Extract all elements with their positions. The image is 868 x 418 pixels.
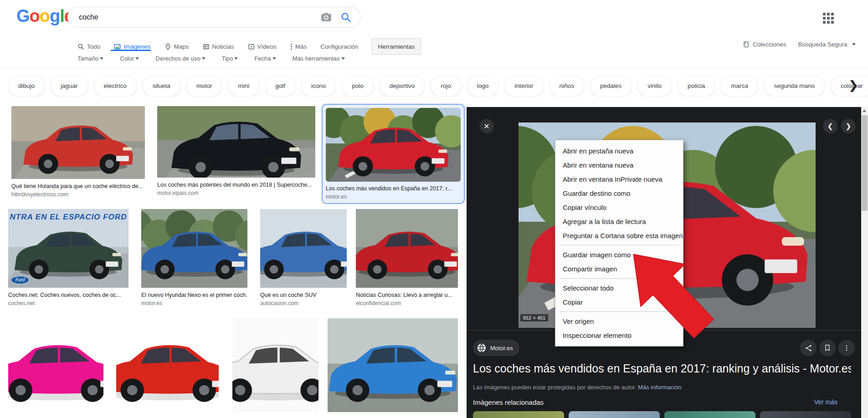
menu-item-copiar[interactable]: Copiar — [555, 295, 683, 309]
filter-color[interactable]: Color — [120, 55, 139, 62]
share-icon[interactable] — [800, 340, 817, 356]
result-thumbnail[interactable] — [11, 106, 145, 179]
filter-derechos-de-uso[interactable]: Derechos de uso — [155, 55, 205, 62]
chip-logo[interactable]: logo — [467, 76, 499, 97]
tab-videos[interactable]: Vídeos — [248, 41, 277, 52]
top-right-links: Colecciones Búsqueda Segura — [743, 41, 856, 48]
chip-niños[interactable]: niños — [550, 76, 584, 97]
tab-maps[interactable]: Maps — [164, 41, 189, 52]
tab-noticias[interactable]: Noticias — [203, 41, 234, 52]
related-image-thumbnail[interactable] — [569, 411, 660, 418]
menu-item-abrir-en-ventana-nueva[interactable]: Abrir en ventana nueva — [555, 158, 683, 172]
result-caption[interactable]: Coches.net: Coches nuevos, coches de oc.… — [8, 292, 128, 298]
chip-vinilo[interactable]: vinilo — [637, 76, 672, 97]
result-caption[interactable]: El nuevo Hyundai Nexo es el primer coch.… — [141, 292, 247, 298]
result-thumbnail[interactable] — [356, 209, 458, 288]
menu-item-ver-origen[interactable]: Ver origen — [555, 314, 683, 328]
camera-icon[interactable] — [320, 11, 332, 23]
image-result[interactable] — [328, 318, 458, 412]
chips-scroll-right-icon[interactable]: ❯ — [848, 78, 858, 92]
safesearch-dropdown[interactable]: Búsqueda Segura — [798, 41, 856, 48]
scrollbar[interactable] — [861, 107, 868, 418]
chip-polo[interactable]: polo — [342, 76, 374, 97]
source-badge[interactable]: Motor.es — [473, 340, 519, 356]
menu-item-preguntar-a-cortana-sobre-esta-imagen[interactable]: Preguntar a Cortana sobre esta imagen — [555, 229, 683, 243]
chip-marca[interactable]: marca — [721, 76, 758, 97]
image-result[interactable]: Noticias Curiosas: Llevó a arreglar u...… — [356, 209, 458, 306]
image-result-selected[interactable]: Los coches más vendidos en España en 201… — [322, 104, 465, 204]
related-image-thumbnail[interactable] — [664, 411, 755, 418]
see-more-link[interactable]: Ver más — [814, 398, 837, 406]
menu-item-compartir-imagen[interactable]: Compartir imagen — [555, 262, 683, 276]
next-image-icon[interactable]: ❯ — [841, 119, 856, 133]
search-icon[interactable] — [340, 12, 351, 23]
image-result[interactable]: Los coches más potentes del mundo en 201… — [157, 106, 315, 196]
collections-link[interactable]: Colecciones — [743, 41, 786, 48]
image-result[interactable] — [116, 318, 219, 412]
chip-rojo[interactable]: rojo — [431, 76, 461, 97]
menu-item-seleccionar-todo[interactable]: Seleccionar todo — [555, 281, 683, 295]
result-thumbnail[interactable] — [8, 318, 103, 412]
chip-icono[interactable]: icono — [301, 76, 336, 97]
related-image-thumbnail[interactable] — [760, 411, 851, 418]
result-thumbnail[interactable]: NTRA EN EL ESPACIO FORDFord — [8, 209, 128, 288]
image-result[interactable] — [8, 318, 103, 412]
image-result[interactable]: Qué es un coche SUVautocasion.com — [260, 209, 347, 306]
menu-item-copiar-vinculo[interactable]: Copiar vínculo — [555, 200, 683, 214]
result-thumbnail[interactable] — [328, 318, 458, 412]
image-result[interactable]: El nuevo Hyundai Nexo es el primer coch.… — [141, 209, 247, 306]
chip-pedales[interactable]: pedales — [590, 76, 632, 97]
more-info-link[interactable]: Más información — [638, 384, 681, 391]
image-result[interactable] — [232, 318, 318, 412]
chip-policia[interactable]: policia — [678, 76, 715, 97]
scrollbar-up-icon[interactable] — [863, 109, 866, 112]
result-caption[interactable]: Noticias Curiosas: Llevó a arreglar u... — [356, 292, 458, 298]
chip-silueta[interactable]: silueta — [143, 76, 180, 97]
menu-item-abrir-en-pestana-nueva[interactable]: Abrir en pestaña nueva — [555, 144, 683, 158]
bookmark-icon[interactable] — [819, 340, 836, 356]
tab-herramientas[interactable]: Herramientas — [372, 38, 421, 55]
close-icon[interactable]: ✕ — [479, 119, 494, 133]
menu-separator — [560, 245, 679, 245]
chip-golf[interactable]: golf — [265, 76, 295, 97]
chip-deportivo[interactable]: deportivo — [380, 76, 425, 97]
image-result[interactable]: NTRA EN EL ESPACIO FORDFordCoches.net: C… — [8, 209, 128, 306]
chip-motor[interactable]: motor — [186, 76, 222, 97]
result-caption[interactable]: Los coches más vendidos en España en 201… — [326, 185, 461, 192]
more-options-icon[interactable] — [838, 340, 855, 356]
chip-segunda-mano[interactable]: segunda mano — [764, 76, 825, 97]
result-thumbnail[interactable] — [326, 108, 461, 182]
google-apps-icon[interactable] — [823, 13, 835, 25]
tab-configuracion[interactable]: Configuración — [320, 41, 358, 52]
chip-dibujo[interactable]: dibujo — [8, 76, 45, 97]
chip-interior[interactable]: interior — [504, 76, 543, 97]
menu-item-guardar-destino-como[interactable]: Guardar destino como — [555, 186, 683, 200]
previous-image-icon[interactable]: ❮ — [823, 119, 837, 133]
result-thumbnail[interactable] — [260, 209, 347, 288]
result-thumbnail[interactable] — [157, 106, 315, 178]
menu-item-inspeccionar-elemento[interactable]: Inspeccionar elemento — [555, 328, 683, 342]
chip-electrico[interactable]: electrico — [94, 76, 137, 97]
tab-mas[interactable]: Más — [290, 41, 307, 52]
tab-todo[interactable]: Todo — [77, 41, 100, 52]
result-caption[interactable]: Los coches más potentes del mundo en 201… — [157, 182, 315, 188]
result-caption[interactable]: Qué tiene Holanda para que un coche eléc… — [11, 183, 145, 189]
filter-mas-herramientas[interactable]: Más herramientas — [293, 55, 345, 62]
scrollbar-thumb[interactable] — [862, 115, 868, 211]
result-thumbnail[interactable] — [232, 318, 318, 412]
filter-tipo[interactable]: Tipo — [222, 55, 238, 62]
result-thumbnail[interactable] — [116, 318, 219, 412]
menu-item-abrir-en-ventana-inprivate-nueva[interactable]: Abrir en ventana InPrivate nueva — [555, 172, 683, 186]
result-thumbnail[interactable] — [141, 209, 247, 288]
chip-mini[interactable]: mini — [228, 76, 259, 97]
related-image-thumbnail[interactable] — [473, 411, 564, 418]
menu-item-agregar-a-la-lista-de-lectura[interactable]: Agregar a la lista de lectura — [555, 214, 683, 229]
image-result[interactable]: Qué tiene Holanda para que un coche eléc… — [11, 106, 145, 198]
result-caption[interactable]: Qué es un coche SUV — [260, 292, 347, 298]
chip-jaguar[interactable]: jaguar — [51, 76, 88, 97]
filter-tamano[interactable]: Tamaño — [77, 55, 103, 62]
filter-fecha[interactable]: Fecha — [254, 55, 276, 62]
search-input[interactable]: coche — [68, 13, 320, 21]
search-box[interactable]: coche — [67, 7, 361, 28]
menu-item-guardar-imagen-como[interactable]: Guardar imagen como — [555, 248, 683, 262]
